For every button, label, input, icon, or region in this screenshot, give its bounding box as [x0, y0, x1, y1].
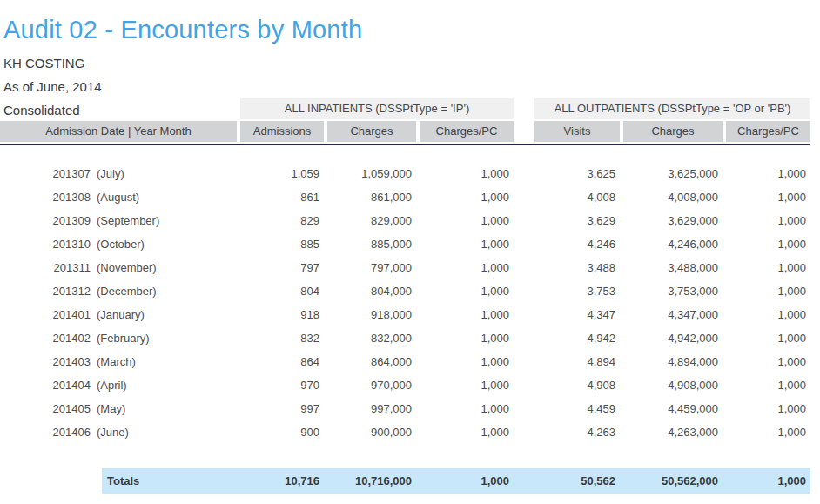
table-row: 201312 (December) 804 804,000 1,000 3,75… [0, 279, 810, 303]
month-name: (August) [97, 185, 139, 209]
report-title: Audit 02 - Encounters by Month [3, 16, 362, 44]
cell-year-month: 201310 (October) [0, 232, 237, 256]
cell-year-month: 201405 (May) [0, 397, 237, 420]
year-month-value: 201311 [0, 256, 91, 279]
month-name: (October) [97, 232, 145, 256]
totals-op-charges: 50,562,000 [623, 468, 723, 494]
cell-ip-admissions: 997 [240, 397, 324, 420]
cell-ip-charges-pc: 1,000 [420, 232, 514, 256]
group-divider-gap [514, 121, 534, 142]
cell-ip-admissions: 804 [240, 279, 324, 303]
table-row: 201307 (July) 1,059 1,059,000 1,000 3,62… [0, 162, 810, 185]
cell-year-month: 201311 (November) [0, 256, 237, 279]
totals-op-visits: 50,562 [534, 468, 620, 494]
table-row: 201309 (September) 829 829,000 1,000 3,6… [0, 209, 810, 232]
cell-ip-charges-pc: 1,000 [420, 303, 514, 326]
cell-op-charges-pc: 1,000 [726, 397, 810, 420]
cell-op-charges: 4,908,000 [623, 373, 723, 397]
cell-op-charges-pc: 1,000 [726, 350, 810, 373]
table-body: 201307 (July) 1,059 1,059,000 1,000 3,62… [0, 162, 810, 444]
cell-year-month: 201312 (December) [0, 279, 237, 303]
cell-op-charges: 3,629,000 [623, 209, 723, 232]
totals-row: Totals 10,716 10,716,000 1,000 50,562 50… [102, 468, 810, 494]
cell-ip-charges-pc: 1,000 [420, 326, 514, 350]
cell-ip-charges: 832,000 [327, 326, 416, 350]
cell-op-visits: 4,347 [534, 303, 620, 326]
table-row: 201405 (May) 997 997,000 1,000 4,459 4,4… [0, 397, 810, 420]
cell-op-visits: 4,942 [534, 326, 620, 350]
cell-year-month: 201406 (June) [0, 420, 237, 444]
year-month-value: 201401 [0, 303, 91, 326]
totals-label: Totals [102, 468, 237, 494]
cell-op-charges-pc: 1,000 [726, 162, 810, 185]
cell-op-visits: 3,488 [534, 256, 620, 279]
year-month-value: 201310 [0, 232, 91, 256]
totals-op-charges-pc: 1,000 [726, 468, 810, 494]
totals-ip-admissions: 10,716 [240, 468, 324, 494]
month-name: (February) [97, 326, 150, 350]
table-row: 201311 (November) 797 797,000 1,000 3,48… [0, 256, 810, 279]
cell-ip-charges: 1,059,000 [327, 162, 416, 185]
cell-ip-charges: 918,000 [327, 303, 416, 326]
cell-op-charges: 3,488,000 [623, 256, 723, 279]
cell-ip-charges-pc: 1,000 [420, 397, 514, 420]
column-header-op-visits: Visits [534, 121, 620, 142]
report-entity: KH COSTING [3, 56, 84, 71]
cell-op-visits: 4,008 [534, 185, 620, 209]
cell-ip-admissions: 864 [240, 350, 324, 373]
totals-ip-charges: 10,716,000 [327, 468, 416, 494]
cell-ip-charges-pc: 1,000 [420, 162, 514, 185]
cell-year-month: 201308 (August) [0, 185, 237, 209]
cell-ip-charges: 804,000 [327, 279, 416, 303]
column-header-op-charges: Charges [623, 121, 723, 142]
month-name: (September) [97, 209, 159, 232]
report-as-of-date: As of June, 2014 [3, 79, 102, 94]
totals-ip-charges-pc: 1,000 [420, 468, 514, 494]
cell-op-charges-pc: 1,000 [726, 185, 810, 209]
cell-op-charges: 4,347,000 [623, 303, 723, 326]
cell-op-charges: 4,942,000 [623, 326, 723, 350]
cell-op-visits: 4,459 [534, 397, 620, 420]
group-header-inpatients: ALL INPATIENTS (DSSPtType = 'IP') [240, 98, 514, 119]
column-header-admission-date: Admission Date | Year Month [0, 121, 237, 142]
month-name: (November) [97, 256, 157, 279]
year-month-value: 201312 [0, 279, 91, 303]
cell-ip-admissions: 1,059 [240, 162, 324, 185]
month-name: (December) [97, 279, 157, 303]
cell-year-month: 201309 (September) [0, 209, 237, 232]
table-row: 201404 (April) 970 970,000 1,000 4,908 4… [0, 373, 810, 397]
month-name: (June) [97, 420, 129, 444]
cell-year-month: 201307 (July) [0, 162, 237, 185]
table-row: 201308 (August) 861 861,000 1,000 4,008 … [0, 185, 810, 209]
cell-op-visits: 4,908 [534, 373, 620, 397]
table-row: 201406 (June) 900 900,000 1,000 4,263 4,… [0, 420, 810, 444]
cell-ip-charges: 885,000 [327, 232, 416, 256]
header-rule [0, 144, 810, 145]
cell-year-month: 201404 (April) [0, 373, 237, 397]
report-page: Audit 02 - Encounters by Month KH COSTIN… [0, 0, 820, 504]
column-header-ip-charges: Charges [327, 121, 416, 142]
cell-op-visits: 3,753 [534, 279, 620, 303]
year-month-value: 201403 [0, 350, 91, 373]
cell-op-charges: 4,459,000 [623, 397, 723, 420]
cell-op-visits: 3,625 [534, 162, 620, 185]
cell-op-charges-pc: 1,000 [726, 373, 810, 397]
column-header-ip-admissions: Admissions [240, 121, 324, 142]
cell-year-month: 201402 (February) [0, 326, 237, 350]
cell-op-charges: 4,894,000 [623, 350, 723, 373]
year-month-value: 201406 [0, 420, 91, 444]
cell-op-charges-pc: 1,000 [726, 303, 810, 326]
table-row: 201310 (October) 885 885,000 1,000 4,246… [0, 232, 810, 256]
cell-ip-charges-pc: 1,000 [420, 373, 514, 397]
cell-ip-admissions: 900 [240, 420, 324, 444]
cell-ip-charges: 797,000 [327, 256, 416, 279]
cell-ip-charges-pc: 1,000 [420, 209, 514, 232]
year-month-value: 201405 [0, 397, 91, 420]
table-row: 201401 (January) 918 918,000 1,000 4,347… [0, 303, 810, 326]
cell-ip-charges-pc: 1,000 [420, 256, 514, 279]
cell-ip-admissions: 832 [240, 326, 324, 350]
table-row: 201403 (March) 864 864,000 1,000 4,894 4… [0, 350, 810, 373]
year-month-value: 201404 [0, 373, 91, 397]
year-month-value: 201309 [0, 209, 91, 232]
cell-op-visits: 4,894 [534, 350, 620, 373]
